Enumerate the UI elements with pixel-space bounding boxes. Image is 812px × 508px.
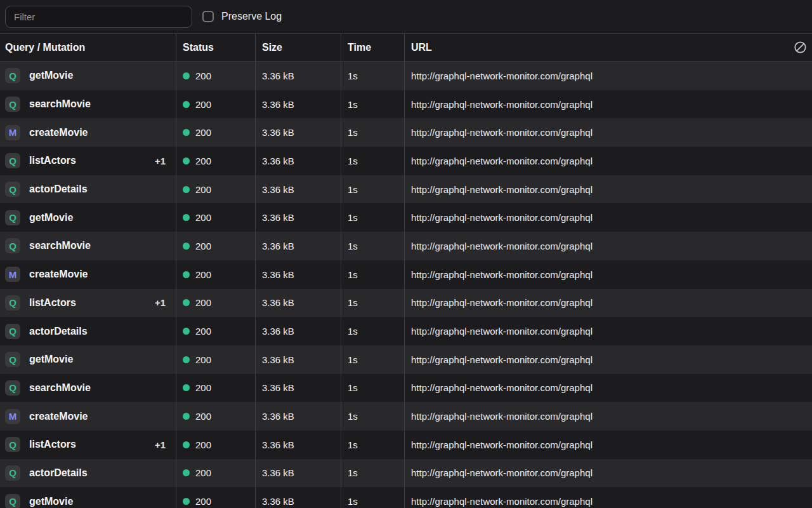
table-row[interactable]: Q searchMovie 200 3.36 kB 1s http://grap… [0,90,812,119]
url-cell: http://graphql-network-monitor.com/graph… [405,147,812,175]
status-cell: 200 [176,402,256,431]
table-row[interactable]: Q searchMovie 200 3.36 kB 1s http://grap… [0,374,812,403]
status-cell: 200 [176,487,256,508]
time-value: 1s [348,354,358,365]
time-value: 1s [348,241,358,251]
table-row[interactable]: Q listActors +1 200 3.36 kB 1s http://gr… [0,431,812,459]
status-dot-icon [183,243,190,250]
time-cell: 1s [341,232,405,260]
table-row[interactable]: Q actorDetails 200 3.36 kB 1s http://gra… [0,459,812,488]
status-dot-icon [183,157,190,164]
status-text: 200 [195,70,211,81]
status-cell: 200 [176,232,256,260]
size-value: 3.36 kB [262,241,294,251]
status-text: 200 [195,326,211,337]
size-cell: 3.36 kB [256,90,341,119]
status-text: 200 [195,439,211,450]
url-cell: http://graphql-network-monitor.com/graph… [405,175,812,204]
time-cell: 1s [341,345,405,374]
time-value: 1s [348,70,358,81]
status-cell: 200 [176,431,256,459]
operation-type-badge: Q [5,352,20,367]
query-mutation-cell: Q actorDetails [0,459,176,488]
url-cell: http://graphql-network-monitor.com/graph… [405,232,812,260]
size-value: 3.36 kB [262,354,294,365]
size-cell: 3.36 kB [256,374,341,403]
time-cell: 1s [341,147,405,175]
operation-name: getMovie [29,496,73,507]
url-cell: http://graphql-network-monitor.com/graph… [405,62,812,90]
status-cell: 200 [176,62,256,90]
table-row[interactable]: M createMovie 200 3.36 kB 1s http://grap… [0,118,812,147]
table-row[interactable]: Q listActors +1 200 3.36 kB 1s http://gr… [0,147,812,175]
size-value: 3.36 kB [262,297,294,308]
time-cell: 1s [341,317,405,345]
column-header-size: Size [256,34,341,61]
url-value: http://graphql-network-monitor.com/graph… [411,297,593,308]
size-cell: 3.36 kB [256,147,341,175]
operation-type-badge: Q [5,295,20,311]
size-value: 3.36 kB [262,467,294,478]
operation-type-badge: M [5,267,20,282]
table-row[interactable]: M createMovie 200 3.36 kB 1s http://grap… [0,260,812,289]
status-dot-icon [183,186,190,193]
table-row[interactable]: M createMovie 200 3.36 kB 1s http://grap… [0,402,812,431]
url-cell: http://graphql-network-monitor.com/graph… [405,345,812,374]
table-row[interactable]: Q listActors +1 200 3.36 kB 1s http://gr… [0,289,812,318]
status-text: 200 [195,156,211,166]
size-value: 3.36 kB [262,70,294,81]
size-value: 3.36 kB [262,127,294,138]
column-header-label: Time [348,42,371,53]
size-value: 3.36 kB [262,439,294,450]
query-mutation-cell: Q actorDetails [0,317,176,345]
table-row[interactable]: Q actorDetails 200 3.36 kB 1s http://gra… [0,175,812,204]
query-mutation-cell: M createMovie [0,402,176,431]
table-body: Q getMovie 200 3.36 kB 1s http://graphql… [0,62,812,508]
block-icon[interactable] [794,41,807,54]
table-row[interactable]: Q actorDetails 200 3.36 kB 1s http://gra… [0,317,812,345]
status-text: 200 [195,241,211,251]
size-value: 3.36 kB [262,99,294,110]
table-row[interactable]: Q getMovie 200 3.36 kB 1s http://graphql… [0,203,812,232]
query-mutation-cell: Q getMovie [0,62,176,90]
operation-type-badge: Q [5,182,20,197]
operation-type-badge: Q [5,437,20,452]
query-mutation-cell: Q listActors +1 [0,147,176,175]
operation-name: getMovie [29,212,73,224]
size-cell: 3.36 kB [256,232,341,260]
url-value: http://graphql-network-monitor.com/graph… [411,241,593,251]
table-row[interactable]: Q getMovie 200 3.36 kB 1s http://graphql… [0,345,812,374]
status-dot-icon [183,101,190,108]
url-value: http://graphql-network-monitor.com/graph… [411,354,593,365]
url-cell: http://graphql-network-monitor.com/graph… [405,118,812,147]
size-cell: 3.36 kB [256,402,341,431]
status-text: 200 [195,496,211,507]
operation-type-badge: Q [5,153,20,168]
time-value: 1s [348,156,358,166]
time-value: 1s [348,382,358,393]
time-cell: 1s [341,289,405,318]
operation-type-badge: Q [5,494,20,508]
table-header: Query / Mutation Status Size Time URL [0,33,812,62]
table-row[interactable]: Q searchMovie 200 3.36 kB 1s http://grap… [0,232,812,260]
status-dot-icon [183,214,190,221]
operation-extra-count: +1 [155,439,166,450]
filter-input[interactable] [5,6,192,28]
operation-extra-count: +1 [155,156,166,166]
status-dot-icon [183,356,190,363]
url-cell: http://graphql-network-monitor.com/graph… [405,431,812,459]
toolbar: Preserve Log [0,0,812,33]
time-value: 1s [348,411,358,422]
status-cell: 200 [176,147,256,175]
size-cell: 3.36 kB [256,487,341,508]
status-cell: 200 [176,345,256,374]
url-value: http://graphql-network-monitor.com/graph… [411,496,593,507]
preserve-log-checkbox[interactable] [202,11,214,22]
operation-type-badge: Q [5,68,20,83]
time-cell: 1s [341,431,405,459]
table-row[interactable]: Q getMovie 200 3.36 kB 1s http://graphql… [0,62,812,90]
operation-name: searchMovie [29,240,91,251]
table-row[interactable]: Q getMovie 200 3.36 kB 1s http://graphql… [0,487,812,508]
size-cell: 3.36 kB [256,175,341,204]
column-header-label: Size [262,42,282,53]
